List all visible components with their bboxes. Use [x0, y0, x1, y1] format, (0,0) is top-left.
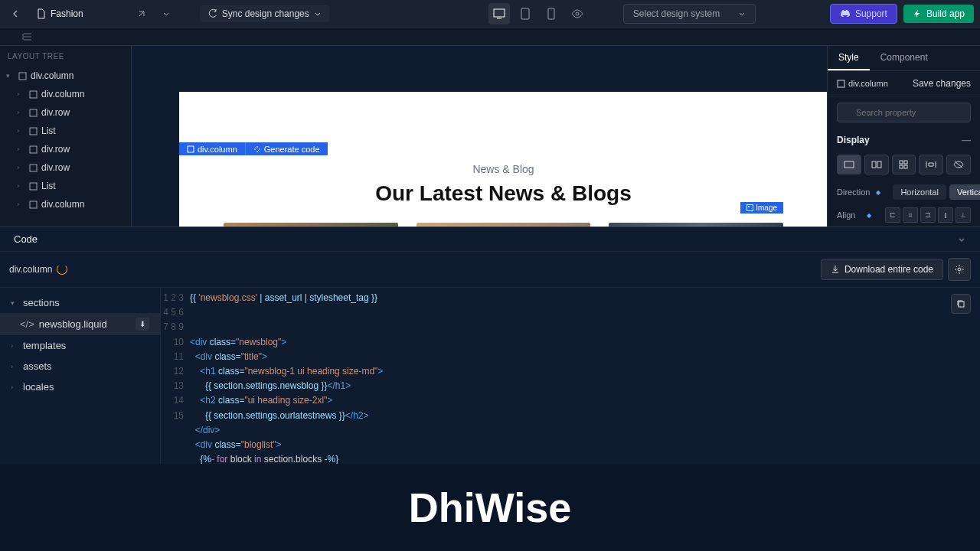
external-icon[interactable] [132, 5, 151, 23]
tab-style[interactable]: Style [828, 46, 870, 70]
tree-item[interactable]: ›List [0, 122, 131, 140]
collapse-icon[interactable]: — [962, 135, 971, 145]
folder-assets[interactable]: ›assets [0, 356, 160, 377]
align-baseline-button[interactable]: ⊥ [956, 207, 971, 223]
tree-item[interactable]: ›List [0, 177, 131, 195]
svg-rect-20 [904, 161, 907, 164]
file-icon [37, 8, 46, 19]
display-flex-button[interactable] [864, 155, 889, 174]
generate-code-badge[interactable]: Generate code [245, 142, 328, 156]
svg-rect-1 [521, 8, 529, 19]
canvas-page[interactable]: News & Blog Our Latest News & Blogs Imag… [179, 155, 827, 227]
support-button[interactable]: Support [830, 4, 897, 24]
chevron-down-icon[interactable] [157, 5, 175, 23]
save-changes-button[interactable]: Save changes [913, 78, 971, 89]
top-toolbar: Fashion Sync design changes Select desig… [0, 0, 980, 28]
svg-rect-4 [19, 73, 26, 80]
image-badge-label: Image [756, 204, 777, 212]
align-label: Align [837, 210, 861, 220]
display-block-button[interactable] [837, 155, 861, 174]
svg-rect-16 [844, 161, 854, 168]
design-system-select[interactable]: Select design system [623, 4, 756, 24]
tree-item[interactable]: ›div.row [0, 140, 131, 158]
direction-horizontal-button[interactable]: Horizontal [893, 184, 946, 200]
code-lines: {{ 'newsblog.css' | asset_url | styleshe… [190, 288, 980, 464]
svg-rect-9 [30, 165, 37, 171]
svg-rect-0 [494, 9, 505, 17]
download-file-icon[interactable]: ⬇ [136, 318, 149, 331]
align-center-button[interactable]: ≡ [903, 207, 918, 223]
code-editor[interactable]: 1 2 3 4 5 6 7 8 9 10 11 12 13 14 15 {{ '… [161, 288, 980, 464]
display-inline-button[interactable] [919, 155, 943, 174]
tree-item[interactable]: ›div.column [0, 195, 131, 214]
selected-element-badge[interactable]: div.column [179, 142, 245, 156]
folder-templates[interactable]: ›templates [0, 335, 160, 356]
svg-rect-17 [872, 161, 876, 168]
chevron-down-icon [738, 10, 746, 18]
chevron-down-icon [314, 10, 322, 18]
preview-button[interactable] [567, 3, 588, 24]
code-panel-title: Code [14, 233, 38, 245]
news-eyebrow: News & Blog [179, 163, 827, 175]
tree-item[interactable]: ▾div.column [0, 67, 131, 85]
svg-rect-18 [877, 161, 881, 168]
svg-rect-7 [30, 128, 37, 135]
code-settings-button[interactable] [948, 258, 971, 281]
align-start-button[interactable]: ⊏ [885, 207, 900, 223]
layers-icon[interactable] [18, 28, 37, 46]
folder-locales[interactable]: ›locales [0, 377, 160, 397]
file-newsblog[interactable]: </> newsblog.liquid ⬇ [0, 313, 160, 335]
svg-rect-19 [900, 161, 903, 164]
design-system-placeholder: Select design system [633, 8, 720, 19]
file-tab[interactable]: Fashion [31, 5, 90, 22]
direction-label: Direction [837, 187, 870, 197]
tree-item[interactable]: ›div.column [0, 85, 131, 103]
selected-chip: div.column [837, 79, 888, 88]
svg-point-23 [958, 268, 961, 271]
viewport-tablet-button[interactable] [514, 3, 536, 24]
direction-vertical-button[interactable]: Vertical [949, 184, 980, 200]
search-property-input[interactable] [837, 103, 971, 122]
svg-rect-13 [747, 205, 753, 211]
tab-component[interactable]: Component [870, 46, 939, 70]
viewport-desktop-button[interactable] [488, 3, 510, 24]
image-icon [746, 204, 753, 211]
layout-tree-panel: LAYOUT TREE ▾div.column›div.column›div.r… [0, 46, 132, 227]
box-icon [187, 145, 194, 153]
display-grid-button[interactable] [892, 155, 916, 174]
copy-code-button[interactable] [951, 294, 971, 314]
svg-rect-6 [30, 109, 37, 116]
build-app-button[interactable]: Build app [903, 5, 974, 23]
viewport-mobile-button[interactable] [541, 3, 562, 24]
target-icon[interactable] [57, 264, 67, 275]
back-icon[interactable] [6, 5, 24, 23]
blog-image-1[interactable] [224, 223, 398, 227]
svg-point-3 [576, 12, 579, 15]
box-icon [837, 80, 845, 88]
code-crumb-label: div.column [9, 264, 52, 275]
tree-item[interactable]: ›div.row [0, 103, 131, 122]
tree-item[interactable]: ›div.row [0, 158, 131, 177]
blog-image-2[interactable] [416, 223, 591, 227]
style-panel: Style Component div.column Save changes … [827, 46, 980, 227]
align-stretch-button[interactable]: ⫿ [938, 207, 953, 223]
svg-rect-15 [838, 80, 844, 87]
support-label: Support [855, 8, 887, 19]
canvas[interactable]: div.column Generate code News & Blog Our… [132, 46, 827, 227]
blog-image-3[interactable]: Image [609, 223, 783, 227]
sync-button[interactable]: Sync design changes [200, 5, 329, 22]
folder-sections[interactable]: ▾sections [0, 292, 160, 313]
svg-rect-2 [548, 8, 554, 19]
download-code-label: Download entire code [844, 264, 933, 275]
display-none-button[interactable] [946, 155, 971, 174]
image-badge[interactable]: Image [740, 202, 783, 214]
build-label: Build app [926, 8, 965, 19]
svg-rect-8 [30, 146, 37, 153]
generate-code-label: Generate code [264, 145, 320, 154]
svg-rect-10 [30, 183, 37, 190]
code-file-icon: </> [20, 318, 34, 330]
collapse-code-icon[interactable] [957, 235, 966, 244]
align-end-button[interactable]: ⊐ [920, 207, 936, 223]
download-code-button[interactable]: Download entire code [821, 259, 943, 280]
code-breadcrumb: div.column [9, 264, 67, 275]
